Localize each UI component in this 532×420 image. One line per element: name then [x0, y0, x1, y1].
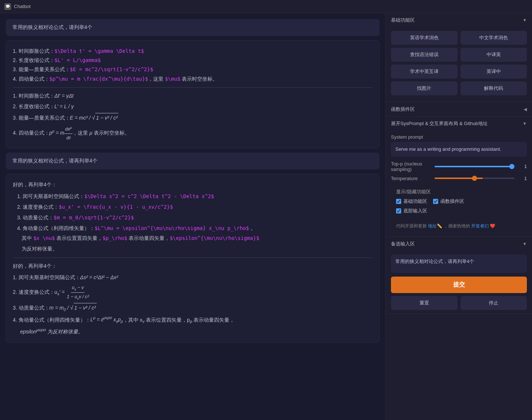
stop-button[interactable]: 停止: [461, 296, 527, 310]
contributors-link[interactable]: 开发者们: [471, 223, 489, 229]
basic-functions-content: 英语学术润色 中文学术润色 查找语法错误 中译英 学术中英互译 英译中 找图片 …: [386, 27, 532, 102]
assistant-message-2: 好的，再列举4个： 1. 闵可夫斯基时空间隔公式：$\Delta s^2 = c…: [6, 174, 380, 343]
item4-latex: 4. 角动量公式（利用四维矢量）：$L^\mu = \epsilon^{\mu\…: [13, 224, 373, 233]
right-panel: 基础功能区 ▼ 英语学术润色 中文学术润色 查找语法错误 中译英 学术中英互译 …: [385, 13, 532, 420]
item2-latex: 2. 速度变换公式：$u_x' = \frac{u_x - v}{1 - u_x…: [13, 202, 373, 212]
sys-prompt-arrow: ▼: [522, 121, 527, 126]
sys-prompt-label: System prompt: [391, 134, 527, 140]
checkbox-bottom[interactable]: 底部输入区: [396, 208, 427, 214]
plugin-functions-header[interactable]: 函数插件区 ◀: [386, 102, 532, 116]
assistant-message-1: 1. 时间膨胀公式：$\Delta t' = \gamma \Delta t$ …: [6, 40, 380, 148]
checkbox-basic-label: 基础功能区: [403, 198, 427, 205]
btn-cn-to-en[interactable]: 中译英: [461, 48, 527, 62]
sys-prompt-value[interactable]: Serve me as a writing and programming as…: [391, 142, 527, 157]
checkbox-basic-input[interactable]: [396, 199, 401, 204]
btn-en-to-cn[interactable]: 英译中: [461, 65, 527, 78]
checkbox-basic[interactable]: 基础功能区: [396, 198, 427, 205]
visibility-label: 显示/隐藏功能区: [396, 189, 522, 195]
intro-text: 好的，再列举4个：: [13, 180, 373, 189]
temperature-slider[interactable]: [435, 178, 514, 179]
divider-2: [13, 258, 373, 258]
r-item3: 3. 动质量公式：m = m0 / √1 − v² / c²: [13, 303, 373, 313]
plugin-functions-section: 函数插件区 ◀: [386, 102, 532, 117]
top-p-value: 1: [518, 164, 527, 169]
item4-extra: 其中 $x \nu$ 表示位置置四矢量，$p_\rho$ 表示动量四矢量，$\e…: [13, 234, 373, 243]
temperature-label: Temperature: [391, 176, 431, 181]
assistant-msg1-line2: 2. 长度收缩公式：$L' = L/\gamma$: [13, 56, 373, 65]
divider-1: [13, 87, 373, 88]
alt-input-title: 备选输入区: [391, 241, 415, 247]
assistant-msg1-line4: 4. 四动量公式：$p^\mu = m \frac{dx^\mu}{d\tau}…: [13, 74, 373, 84]
user-message-2: 常用的狭义相对论公式，请再列举4个: [6, 153, 380, 169]
heart-icon: ❤️: [490, 223, 495, 229]
rendered-line2: 2. 长度收缩公式：L′ = L / γ: [13, 102, 373, 111]
top-p-slider[interactable]: [435, 166, 514, 167]
source-link-row: 代码开源和更新 地址✏️ ，感谢热情的 开发者们 ❤️: [391, 221, 527, 233]
source-link[interactable]: 地址: [428, 223, 437, 229]
main-layout: 常用的狭义相对论公式，请列举4个 1. 时间膨胀公式：$\Delta t' = …: [0, 13, 532, 420]
titlebar: 💬 Chatbot: [0, 0, 532, 13]
plugin-functions-arrow: ◀: [524, 107, 527, 112]
basic-functions-header[interactable]: 基础功能区 ▼: [386, 13, 532, 27]
top-p-row: Top-p (nucleus sampling) 1: [391, 161, 527, 172]
rendered-line3: 3. 能量—质量关系公式：E = mc² / √1 − v² / c²: [13, 113, 373, 123]
rendered-line4: 4. 四动量公式：pμ = mdxμdτ，这里 μ 表示时空坐标。: [13, 124, 373, 142]
checkbox-row2: 底部输入区: [396, 208, 522, 214]
item1-latex: 1. 闵可夫斯基时空间隔公式：$\Delta s^2 = c^2 \Delta …: [13, 192, 373, 201]
item3-latex: 3. 动质量公式：$m = m_0/\sqrt{1-v^2/c^2}$: [13, 213, 373, 222]
sys-prompt-content: System prompt Serve me as a writing and …: [386, 131, 532, 237]
thanks-text: ，感谢热情的: [444, 223, 470, 229]
chat-panel: 常用的狭义相对论公式，请列举4个 1. 时间膨胀公式：$\Delta t' = …: [0, 13, 385, 420]
item4-extra2: 为反对称张量。: [13, 244, 373, 253]
sys-prompt-header[interactable]: 展开SysPrompt & 交互界面布局 & Github地址 ▼: [386, 117, 532, 131]
btn-find-image[interactable]: 找图片: [391, 81, 458, 95]
latex-5: $\mu$: [165, 76, 180, 82]
bottom-buttons-row: 重置 停止: [391, 296, 527, 310]
alt-input-header[interactable]: 备选输入区 ▼: [386, 237, 532, 251]
basic-functions-section: 基础功能区 ▼ 英语学术润色 中文学术润色 查找语法错误 中译英 学术中英互译 …: [386, 13, 532, 102]
alt-input-arrow: ▼: [522, 241, 527, 246]
rendered-line1: 1. 时间膨胀公式：Δt′ = γΔt: [13, 91, 373, 101]
app-title: Chatbot: [14, 4, 31, 9]
latex-1: $\Delta t' = \gamma \Delta t$: [55, 48, 144, 54]
top-p-label: Top-p (nucleus sampling): [391, 161, 431, 172]
basic-functions-title: 基础功能区: [391, 17, 415, 23]
latex-3: $E = mc^2/\sqrt{1-v^2/c^2}$: [70, 66, 154, 72]
source-text: 代码开源和更新: [396, 223, 427, 229]
checkbox-plugin-label: 函数插件区: [440, 198, 464, 205]
intro2-text: 好的，再列举4个：: [13, 262, 373, 271]
checkbox-plugin[interactable]: 函数插件区: [433, 198, 464, 205]
checkbox-bottom-label: 底部输入区: [403, 208, 427, 214]
temperature-value: 1: [518, 176, 527, 181]
temperature-row: Temperature 1: [391, 176, 527, 181]
r-item1: 1. 闵可夫斯基时空间隔公式：Δs² = c²Δt² − Δx²: [13, 273, 373, 282]
visibility-section: 显示/隐藏功能区 基础功能区 函数插件区: [391, 185, 527, 221]
btn-grammar[interactable]: 查找语法错误: [391, 48, 458, 62]
sys-prompt-title: 展开SysPrompt & 交互界面布局 & Github地址: [391, 120, 488, 127]
r-item4: 4. 角动量公式（利用四维矢量）：Lμ = εμνρσ xνpρ，其中 xν 表…: [13, 315, 373, 325]
checkbox-plugin-input[interactable]: [433, 199, 438, 204]
assistant-msg1-line3: 3. 能量—质量关系公式：$E = mc^2/\sqrt{1-v^2/c^2}$: [13, 65, 373, 74]
btn-en-polish[interactable]: 英语学术润色: [391, 31, 458, 45]
btn-academic-translate[interactable]: 学术中英互译: [391, 65, 458, 78]
latex-2: $L' = L/\gamma$: [55, 57, 101, 63]
sys-prompt-section: 展开SysPrompt & 交互界面布局 & Github地址 ▼ System…: [386, 117, 532, 237]
latex-4: $p^\mu = m \frac{dx^\mu}{d\tau}$: [49, 76, 148, 82]
plugin-functions-title: 函数插件区: [391, 106, 415, 113]
user-message-2-text: 常用的狭义相对论公式，请再列举4个: [12, 158, 97, 164]
r-item2: 2. 速度变换公式：ux′ = ux − v1 − uxv / c²: [13, 284, 373, 301]
reset-button[interactable]: 重置: [391, 296, 458, 310]
app-icon: 💬: [4, 3, 11, 10]
basic-functions-arrow: ▼: [522, 18, 527, 23]
assistant-msg1-line1: 1. 时间膨胀公式：$\Delta t' = \gamma \Delta t$: [13, 47, 373, 56]
checkbox-bottom-input[interactable]: [396, 208, 401, 213]
btn-cn-polish[interactable]: 中文学术润色: [461, 31, 527, 45]
btn-explain-code[interactable]: 解释代码: [461, 81, 527, 95]
alt-input-value[interactable]: 常用的狭义相对论公式，请再列举4个: [391, 255, 527, 273]
basic-functions-grid: 英语学术润色 中文学术润色 查找语法错误 中译英 学术中英互译 英译中 找图片 …: [391, 31, 527, 95]
alt-input-section: 备选输入区 ▼ 常用的狭义相对论公式，请再列举4个 提交 重置 停止: [386, 237, 532, 314]
user-message-1-text: 常用的狭义相对论公式，请列举4个: [12, 24, 92, 30]
alt-input-content: 常用的狭义相对论公式，请再列举4个 提交 重置 停止: [386, 251, 532, 314]
r-item4-extra: epsilonμνρσ 为反对称张量。: [20, 326, 373, 336]
submit-button[interactable]: 提交: [391, 277, 527, 293]
